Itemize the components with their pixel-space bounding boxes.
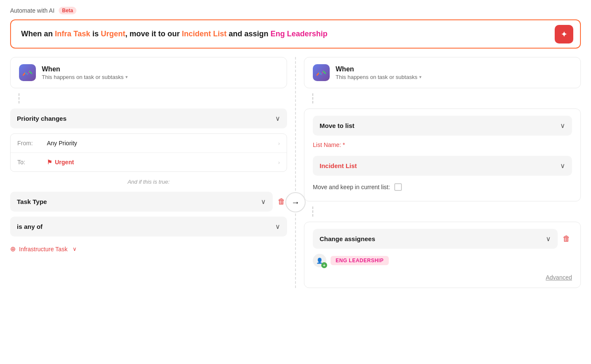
task-type-row: Task Type ∨ 🗑: [10, 192, 287, 212]
list-name-text: List Name:: [313, 141, 341, 148]
assignee-avatar: 👤 +: [313, 254, 326, 267]
clickup-icon-right: [313, 64, 330, 81]
beta-badge: Beta: [59, 7, 76, 14]
change-assignees-card: Change assignees ∨ 🗑 👤 + ENG LEADERSHIP …: [304, 222, 581, 288]
change-assignees-chevron: ∨: [546, 235, 551, 243]
prompt-part-2: is: [90, 30, 101, 38]
to-chevron: ›: [278, 159, 280, 166]
when-sub-right[interactable]: This happens on task or subtasks ▾: [336, 74, 422, 80]
from-chevron: ›: [278, 140, 280, 147]
move-to-list-label: Move to list: [320, 122, 355, 129]
when-sub-text-left: This happens on task or subtasks: [42, 74, 124, 80]
when-sub-left[interactable]: This happens on task or subtasks ▾: [42, 74, 128, 80]
to-value: ⚑ Urgent: [47, 159, 278, 166]
move-keep-label: Move and keep in current list:: [313, 184, 390, 190]
priority-changes-label: Priority changes: [17, 115, 67, 122]
when-chevron-left: ▾: [125, 74, 128, 80]
prompt-eng-leadership: Eng Leadership: [271, 30, 328, 38]
flag-icon: ⚑: [47, 159, 52, 166]
clickup-icon-left: [19, 64, 36, 81]
prompt-infra-task: Infra Task: [55, 30, 90, 38]
priority-changes-dropdown[interactable]: Priority changes ∨: [10, 109, 287, 128]
from-label: From:: [17, 140, 47, 147]
clickup-svg-right: [315, 67, 327, 79]
prompt-part-1: When an: [21, 30, 55, 38]
task-type-label: Task Type: [17, 198, 47, 205]
arrow-icon: →: [291, 198, 300, 207]
list-name-required: *: [343, 141, 345, 148]
to-row[interactable]: To: ⚑ Urgent ›: [11, 153, 287, 171]
advanced-link[interactable]: Advanced: [313, 272, 572, 281]
move-to-list-dropdown[interactable]: Move to list ∨: [313, 116, 572, 136]
when-chevron-right: ▾: [419, 74, 422, 80]
prompt-urgent: Urgent: [101, 30, 125, 38]
infra-chevron: ∨: [73, 246, 77, 252]
incident-list-label: Incident List: [320, 162, 357, 169]
move-to-list-card: Move to list ∨ List Name: * Incident Lis…: [304, 109, 581, 201]
task-type-dropdown[interactable]: Task Type ∨: [10, 192, 273, 212]
is-any-of-dropdown[interactable]: is any of ∨: [10, 217, 287, 236]
move-to-list-chevron: ∨: [560, 122, 565, 130]
change-assignees-dropdown[interactable]: Change assignees ∨: [313, 229, 558, 249]
globe-icon: ⊕: [10, 245, 16, 253]
condition-label: And if this is true:: [10, 179, 287, 185]
list-name-label: List Name: *: [313, 141, 572, 148]
incident-list-dropdown[interactable]: Incident List ∨: [313, 156, 572, 176]
when-card-left: When This happens on task or subtasks ▾: [10, 57, 287, 88]
when-title-right: When: [336, 65, 422, 73]
arrow-connector: →: [285, 192, 306, 212]
priority-detail-rows: From: Any Priority › To: ⚑ Urgent ›: [10, 133, 287, 172]
change-assignees-delete-button[interactable]: 🗑: [561, 233, 572, 245]
dashed-line-1: [19, 93, 19, 103]
infrastructure-task-row[interactable]: ⊕ Infrastructure Task ∨: [10, 242, 287, 256]
prompt-box: When an Infra Task is Urgent, move it to…: [10, 19, 581, 49]
from-value: Any Priority: [47, 140, 278, 147]
infra-label: Infrastructure Task: [19, 246, 68, 253]
assignee-badge: ENG LEADERSHIP: [331, 256, 389, 265]
to-label: To:: [17, 159, 47, 166]
left-column: When This happens on task or subtasks ▾ …: [10, 57, 296, 288]
incident-chevron: ∨: [560, 162, 565, 170]
prompt-text: When an Infra Task is Urgent, move it to…: [21, 29, 555, 39]
when-card-right: When This happens on task or subtasks ▾: [304, 57, 581, 88]
when-text-right: When This happens on task or subtasks ▾: [336, 65, 422, 80]
clickup-svg-left: [22, 67, 33, 79]
when-title-left: When: [42, 65, 128, 73]
two-col-layout: → When This happens on task or subtasks …: [0, 57, 591, 288]
is-any-of-chevron: ∨: [275, 223, 280, 231]
automate-label: Automate with AI: [10, 7, 54, 14]
when-sub-text-right: This happens on task or subtasks: [336, 74, 417, 80]
add-icon: +: [321, 262, 327, 268]
move-keep-row: Move and keep in current list:: [313, 180, 572, 194]
is-any-of-label: is any of: [17, 223, 43, 230]
to-value-text: Urgent: [55, 159, 74, 166]
change-assignees-label: Change assignees: [320, 235, 375, 242]
move-keep-checkbox[interactable]: [394, 183, 402, 191]
connector-line: [295, 57, 296, 288]
from-row[interactable]: From: Any Priority ›: [11, 134, 287, 153]
prompt-part-3: , move it to our: [125, 30, 182, 38]
prompt-incident-list: Incident List: [182, 30, 227, 38]
task-type-chevron: ∨: [261, 198, 266, 206]
assignee-row: 👤 + ENG LEADERSHIP: [313, 254, 572, 267]
dashed-line-2: [312, 93, 313, 103]
ai-button-icon: ✦: [561, 29, 568, 39]
when-text-left: When This happens on task or subtasks ▾: [42, 65, 128, 80]
ai-button[interactable]: ✦: [555, 25, 573, 43]
priority-chevron: ∨: [275, 114, 280, 122]
change-assignees-row: Change assignees ∨ 🗑: [313, 229, 572, 249]
right-column: When This happens on task or subtasks ▾ …: [296, 57, 581, 288]
dashed-line-3: [312, 206, 313, 217]
prompt-part-4: and assign: [227, 30, 271, 38]
